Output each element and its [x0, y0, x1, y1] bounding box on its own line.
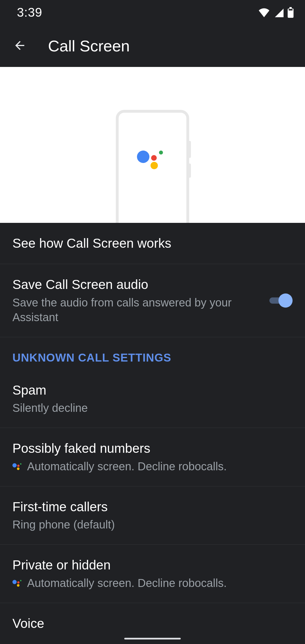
page-title: Call Screen — [48, 37, 130, 55]
row-title: See how Call Screen works — [12, 235, 293, 252]
wifi-icon — [258, 8, 270, 17]
svg-rect-1 — [289, 9, 293, 10]
row-title: First-time callers — [12, 499, 293, 515]
assistant-mini-icon — [12, 462, 22, 471]
svg-rect-2 — [289, 7, 292, 8]
row-subtitle: Automatically screen. Decline robocalls. — [12, 459, 293, 474]
status-icons — [258, 7, 294, 18]
assistant-logo-icon — [137, 147, 168, 172]
app-bar: Call Screen — [0, 25, 305, 67]
row-title: Spam — [12, 382, 293, 399]
section-unknown-calls: UNKNOWN CALL SETTINGS — [0, 337, 305, 370]
row-how-it-works[interactable]: See how Call Screen works — [0, 223, 305, 264]
save-audio-toggle[interactable] — [268, 293, 293, 308]
row-subtitle: Save the audio from calls answered by yo… — [12, 295, 256, 325]
status-bar: 3:39 — [0, 0, 305, 25]
assistant-mini-icon — [12, 579, 22, 587]
row-subtitle: Silently decline — [12, 401, 293, 415]
settings-list: See how Call Screen works Save Call Scre… — [0, 223, 305, 644]
battery-icon — [287, 7, 294, 18]
row-private-hidden[interactable]: Private or hidden Automatically screen. … — [0, 545, 305, 603]
gesture-handle[interactable] — [124, 638, 181, 639]
row-title: Voice — [12, 615, 293, 632]
hero-illustration — [0, 67, 305, 223]
arrow-left-icon — [13, 39, 27, 53]
row-title: Private or hidden — [12, 557, 293, 573]
row-subtitle: Ring phone (default) — [12, 517, 293, 532]
row-title: Possibly faked numbers — [12, 440, 293, 457]
status-time: 3:39 — [17, 5, 42, 19]
row-faked-numbers[interactable]: Possibly faked numbers Automatically scr… — [0, 428, 305, 486]
row-title: Save Call Screen audio — [12, 277, 256, 293]
row-subtitle: Automatically screen. Decline robocalls. — [12, 576, 293, 590]
cellular-icon — [274, 8, 284, 17]
phone-mockup — [116, 110, 189, 223]
row-first-time[interactable]: First-time callers Ring phone (default) — [0, 486, 305, 545]
back-button[interactable] — [11, 38, 28, 55]
row-save-audio[interactable]: Save Call Screen audio Save the audio fr… — [0, 264, 305, 337]
row-spam[interactable]: Spam Silently decline — [0, 370, 305, 428]
